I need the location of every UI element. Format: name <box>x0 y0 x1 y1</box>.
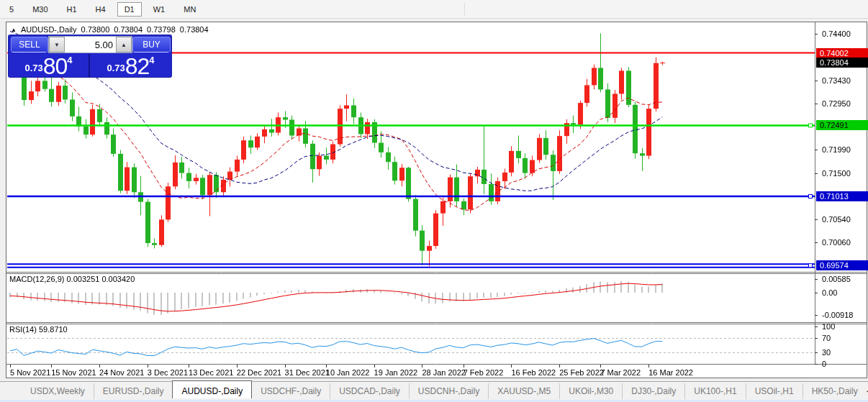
volume-decrease-button[interactable]: ▼ <box>49 37 65 52</box>
date-tick-label: 25 Feb 2022 <box>559 368 604 377</box>
buy-button[interactable]: BUY <box>132 37 171 52</box>
macd-label: MACD(12,26,9) 0.003251 0.003420 <box>9 275 135 283</box>
tab-audusd-daily[interactable]: AUDUSD-,Daily <box>172 380 252 398</box>
buy-price-prefix: 0.73 <box>107 63 125 73</box>
price-tick-label: 0.71500 <box>818 169 868 178</box>
sell-price-big: 80 <box>43 56 68 76</box>
date-tick-label: 19 Jan 2022 <box>374 368 418 377</box>
rsi-tick-label: 100 <box>818 322 868 332</box>
macd-value-main: 0.003251 <box>66 275 99 283</box>
volume-group: ▼ 5.00 ▲ <box>48 36 132 53</box>
tab-usdx-weekly[interactable]: USDX,Weekly <box>22 383 94 399</box>
sell-button[interactable]: SELL <box>11 37 48 52</box>
period-button-MN[interactable]: MN <box>176 2 203 17</box>
period-toolbar: 5M30H1H4D1W1MN <box>0 0 868 19</box>
symbol-tab-bar: USDX,WeeklyEURUSD-,DailyAUDUSD-,DailyUSD… <box>0 381 868 400</box>
date-tick-label: 13 Dec 2021 <box>189 368 233 377</box>
date-tick-label: 24 Nov 2021 <box>99 368 144 377</box>
quote-open: 0.73800 <box>81 25 110 34</box>
price-tick-label: 0.74400 <box>818 29 868 39</box>
rsi-label: RSI(14) 59.8710 <box>9 325 68 334</box>
date-tick-label: 15 Nov 2021 <box>51 368 96 377</box>
rsi-tick-label: 30 <box>818 348 868 357</box>
expand-triangle-icon[interactable]: ▲ <box>11 27 17 33</box>
price-badge-0.69574: 0.69574 <box>816 260 868 270</box>
chart-title: ▲ AUDUSD-,Daily 0.73800 0.73804 0.73798 … <box>11 25 209 34</box>
tab-dj30-daily[interactable]: DJ30-,Daily <box>622 383 684 399</box>
period-button-D1[interactable]: D1 <box>117 2 142 17</box>
quote-low: 0.73798 <box>147 25 176 34</box>
price-badge-0.74002: 0.74002 <box>816 48 868 58</box>
sell-underline <box>12 52 45 52</box>
tab-ukoil-m30[interactable]: UKOil-,M30 <box>559 383 622 399</box>
macd-tick-label: 0.00 <box>818 288 868 298</box>
chart-window: ▲ AUDUSD-,Daily 0.73800 0.73804 0.73798 … <box>6 22 867 378</box>
date-tick-label: 7 Mar 2022 <box>600 368 641 377</box>
date-tick-label: 16 Mar 2022 <box>648 368 693 377</box>
price-tick-label: 0.73430 <box>818 76 868 86</box>
volume-input[interactable]: 5.00 <box>65 37 116 52</box>
date-tick-label: 16 Feb 2022 <box>511 368 556 377</box>
price-tick-label: 0.70060 <box>818 238 868 247</box>
buy-price-pip: 4 <box>149 55 154 65</box>
period-button-W1[interactable]: W1 <box>146 2 173 17</box>
tab-uk100-h1[interactable]: UK100-,H1 <box>684 383 745 399</box>
sell-price-prefix: 0.73 <box>24 63 42 73</box>
rsi-tick-label: 0 <box>818 360 868 369</box>
price-tick-label: 0.70540 <box>818 215 868 224</box>
period-button-H1[interactable]: H1 <box>60 2 84 17</box>
tab-eurusd-daily[interactable]: EURUSD-,Daily <box>94 383 173 399</box>
macd-tick-label: -0.00918 <box>818 311 868 320</box>
tab-usdcad-daily[interactable]: USDCAD-,Daily <box>330 383 409 399</box>
toolbar-separator <box>464 3 465 16</box>
rsi-value: 59.8710 <box>39 325 68 334</box>
symbol-tabs: USDX,WeeklyEURUSD-,DailyAUDUSD-,DailyUSD… <box>22 382 867 400</box>
quote-high: 0.73804 <box>114 25 143 34</box>
date-tick-label: 22 Dec 2021 <box>237 368 281 377</box>
date-tick-label: 3 Dec 2021 <box>148 368 188 377</box>
tab-xauusd-m5[interactable]: XAUUSD-,M5 <box>488 383 559 399</box>
tab-usoil-h1[interactable]: USOil-,H1 <box>746 383 803 399</box>
one-click-trading-panel: SELL ▼ 5.00 ▲ BUY 0.73 80 4 0.73 82 4 <box>9 35 171 77</box>
rsi-tick-label: 70 <box>818 334 868 343</box>
price-badge-0.71013: 0.71013 <box>816 191 868 201</box>
chart-symbol-period: AUDUSD-,Daily <box>21 25 77 34</box>
price-badge-0.72491: 0.72491 <box>816 120 868 130</box>
quote-close: 0.73804 <box>180 25 209 34</box>
date-tick-label: 10 Jan 2022 <box>326 368 370 377</box>
date-tick-label: 5 Nov 2021 <box>10 368 50 377</box>
tab-usdcnh-daily[interactable]: USDCNH-,Daily <box>409 383 488 399</box>
macd-tick-label: 0.00585 <box>818 275 868 284</box>
tab-hk50-daily[interactable]: HK50-,Daily <box>803 383 867 399</box>
price-tick-label: 0.72950 <box>818 99 868 109</box>
sell-price-pip: 4 <box>67 55 72 65</box>
date-tick-label: 7 Feb 2022 <box>464 368 504 377</box>
tab-usdchf-daily[interactable]: USDCHF-,Daily <box>252 383 330 399</box>
sell-price-button[interactable]: 0.73 80 4 <box>9 54 90 77</box>
volume-increase-button[interactable]: ▲ <box>116 37 132 52</box>
price-tick-label: 0.71990 <box>818 145 868 155</box>
date-tick-label: 31 Dec 2021 <box>285 368 330 377</box>
price-badge-0.73804: 0.73804 <box>816 58 868 68</box>
buy-price-button[interactable]: 0.73 82 4 <box>90 54 171 77</box>
buy-price-big: 82 <box>125 56 150 76</box>
period-button-H4[interactable]: H4 <box>89 2 113 17</box>
buy-underline <box>134 52 168 52</box>
period-button-5[interactable]: 5 <box>2 2 21 17</box>
date-tick-label: 28 Jan 2022 <box>422 368 466 377</box>
period-button-M30[interactable]: M30 <box>25 2 55 17</box>
macd-value-signal: 0.003420 <box>101 275 135 283</box>
